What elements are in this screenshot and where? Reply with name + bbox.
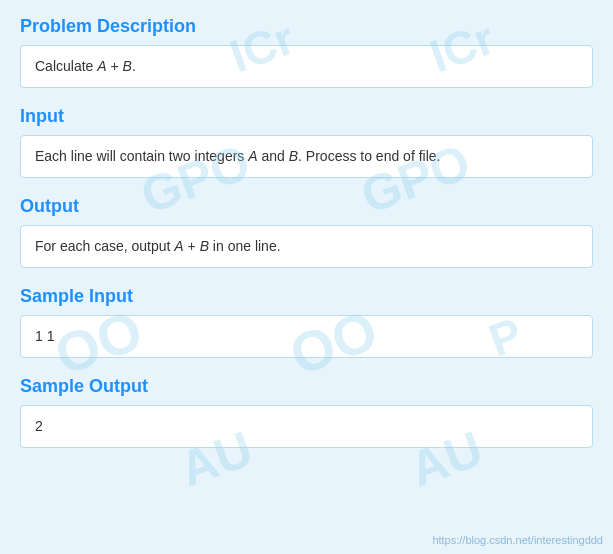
input-title: Input <box>20 106 593 127</box>
sample-output-content: 2 <box>20 405 593 448</box>
sample-input-section: Sample Input 1 1 <box>20 286 593 358</box>
problem-description-content: Calculate A + B. <box>20 45 593 88</box>
input-content: Each line will contain two integers A an… <box>20 135 593 178</box>
output-content: For each case, output A + B in one line. <box>20 225 593 268</box>
sample-input-title: Sample Input <box>20 286 593 307</box>
sample-output-section: Sample Output 2 <box>20 376 593 448</box>
input-section: Input Each line will contain two integer… <box>20 106 593 178</box>
problem-description-section: Problem Description Calculate A + B. <box>20 16 593 88</box>
url-watermark: https://blog.csdn.net/interestingddd <box>432 534 603 546</box>
page-container: ICr ICr GPO GPO OO OO P AU AU Problem De… <box>0 0 613 554</box>
sample-input-content: 1 1 <box>20 315 593 358</box>
output-title: Output <box>20 196 593 217</box>
output-section: Output For each case, output A + B in on… <box>20 196 593 268</box>
problem-description-title: Problem Description <box>20 16 593 37</box>
sample-output-title: Sample Output <box>20 376 593 397</box>
